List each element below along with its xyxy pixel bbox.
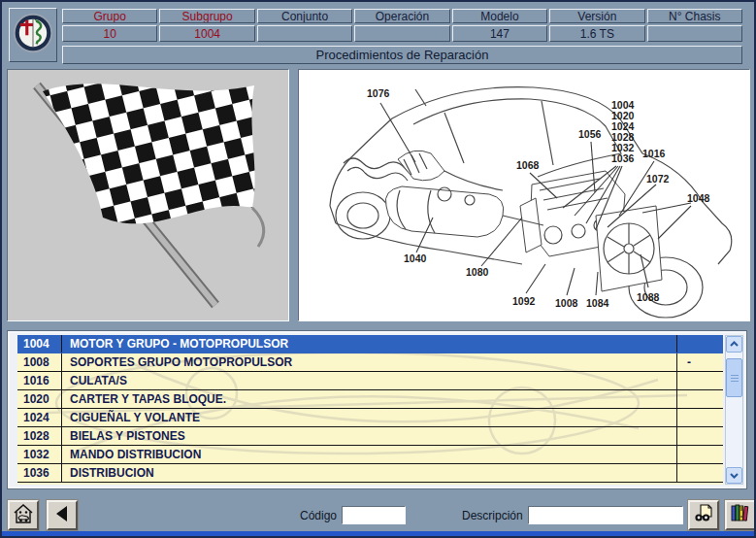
search-document-icon [693,503,714,528]
part-label-1008: 1008 [555,297,578,309]
part-label-1036: 1036 [611,152,635,164]
part-label-1048: 1048 [687,192,710,204]
version-label: Versión [549,9,644,23]
item-description: SOPORTES GRUPO MOTOPROPULSOR [62,353,677,371]
item-extra [677,372,723,389]
subgrupo-label: Subgrupo [159,9,254,23]
car-parts-diagram: 1076 1068 1056 1004 1020 1024 1028 1032 … [299,70,749,320]
scroll-up-button[interactable] [726,336,742,353]
alfa-romeo-logo-icon [12,12,54,58]
main-area: 1076 1068 1056 1004 1020 1024 1028 1032 … [2,66,754,326]
list-item[interactable]: 1024 CIGUEÑAL Y VOLANTE [17,409,723,427]
flag-panel [7,69,289,321]
item-extra [677,427,723,445]
back-button[interactable] [47,500,78,530]
part-label-1088: 1088 [637,291,660,303]
subgrupo-value: 1004 [159,25,254,42]
codigo-label: Código [300,509,337,522]
page-title: Procedimientos de Reparación [62,46,742,64]
item-code: 1004 [17,335,62,353]
descripcion-label: Descripción [462,509,523,522]
codigo-input[interactable] [342,506,406,524]
item-description: MOTOR Y GRUPO - MOTOPROPULSOR [62,335,677,353]
checkered-flag-image [8,70,288,320]
list-scrollbar[interactable] [725,335,743,485]
search-button[interactable] [688,500,719,530]
item-description: MANDO DISTRIBUCION [62,446,677,463]
chevron-up-icon [730,339,739,350]
scrollbar-track[interactable] [726,397,742,467]
chasis-label: N° Chasis [647,9,742,23]
modelo-value: 147 [452,25,547,42]
part-label-1080: 1080 [466,266,489,278]
brand-panel [9,8,57,62]
list-item[interactable]: 1032 MANDO DISTRIBUCION [17,446,723,464]
item-code: 1028 [17,427,62,445]
field-values-row: 10 1004 147 1.6 TS [62,25,742,42]
part-label-1040: 1040 [404,252,427,264]
chasis-value [647,25,742,42]
item-extra [677,390,723,408]
modelo-label: Modelo [452,9,547,23]
diagram-panel: 1076 1068 1056 1004 1020 1024 1028 1032 … [298,69,750,321]
item-code: 1032 [17,446,62,463]
operacion-label: Operación [354,9,449,23]
conjunto-value [257,25,352,42]
item-code: 1036 [17,464,62,482]
field-labels-row: Grupo Subgrupo Conjunto Operación Modelo… [62,9,742,23]
descripcion-input[interactable] [528,506,683,524]
item-description: CIGUEÑAL Y VOLANTE [62,409,677,426]
list-item[interactable]: 1016 CULATA/S [17,372,723,390]
part-label-1084: 1084 [586,297,609,309]
library-button[interactable] [725,500,756,530]
version-value: 1.6 TS [549,25,644,42]
grupo-value: 10 [62,25,157,42]
subgroup-list: 1004 MOTOR Y GRUPO - MOTOPROPULSOR 1008 … [7,330,747,489]
list-rows: 1004 MOTOR Y GRUPO - MOTOPROPULSOR 1008 … [17,335,723,485]
item-extra [677,446,723,463]
header: Grupo Subgrupo Conjunto Operación Modelo… [2,2,754,66]
item-description: CARTER Y TAPAS BLOQUE. [62,390,677,408]
item-description: DISTRIBUCION [62,464,677,482]
item-description: CULATA/S [62,372,677,389]
list-item[interactable]: 1008 SOPORTES GRUPO MOTOPROPULSOR - [17,353,723,372]
app-window: Grupo Subgrupo Conjunto Operación Modelo… [0,0,756,538]
item-extra [677,464,723,482]
item-code: 1024 [17,409,62,426]
list-item[interactable]: 1004 MOTOR Y GRUPO - MOTOPROPULSOR [17,335,723,353]
operacion-value [354,25,449,42]
part-label-1016: 1016 [642,148,666,159]
home-button[interactable] [8,500,39,530]
chevron-down-icon [730,470,739,481]
item-description: BIELAS Y PISTONES [62,427,677,445]
item-extra: - [677,353,723,371]
grupo-label: Grupo [62,9,157,23]
scroll-down-button[interactable] [726,467,742,484]
item-code: 1016 [17,372,62,389]
part-label-1056: 1056 [578,128,602,140]
item-extra [677,335,723,353]
list-item[interactable]: 1036 DISTRIBUCION [17,464,723,483]
part-label-1072: 1072 [646,173,670,185]
part-label-1068: 1068 [516,159,540,171]
books-icon [730,503,751,528]
part-label-1076: 1076 [367,87,390,99]
item-extra [677,409,723,426]
back-arrow-icon [52,504,72,527]
item-code: 1008 [17,353,62,371]
part-label-1092: 1092 [512,295,536,307]
context-fields: Grupo Subgrupo Conjunto Operación Modelo… [62,9,742,64]
toolbar: Código Descripción [2,494,754,536]
conjunto-label: Conjunto [257,9,352,23]
list-item[interactable]: 1020 CARTER Y TAPAS BLOQUE. [17,390,723,409]
list-item[interactable]: 1028 BIELAS Y PISTONES [17,427,723,446]
item-code: 1020 [17,390,62,408]
home-garage-icon [13,503,34,528]
scrollbar-thumb[interactable] [726,358,742,397]
status-strip [2,531,754,536]
